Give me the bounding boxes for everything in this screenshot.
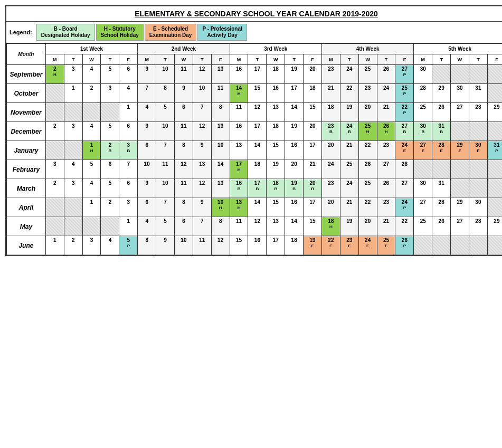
nov-e3 xyxy=(82,103,101,122)
feb-27: 27 xyxy=(377,160,395,179)
calendar-container: ELEMENTARY & SECONDARY SCHOOL YEAR CALEN… xyxy=(5,5,502,256)
jun-25: 25E xyxy=(377,236,395,255)
may-row: May 1 4 5 6 7 8 11 12 13 14 15 18H 19 20… xyxy=(7,217,503,236)
apr-30: 30 xyxy=(469,198,487,217)
feb-17: 17H xyxy=(230,160,248,179)
apr-21: 21 xyxy=(340,198,358,217)
dec-23: 23B xyxy=(321,122,340,141)
apr-27: 27 xyxy=(414,198,432,217)
jun-5: 5P xyxy=(119,236,138,255)
oct-17: 17 xyxy=(285,84,304,103)
dec-30: 30B xyxy=(414,122,432,141)
feb-24: 24 xyxy=(321,160,340,179)
may-14: 14 xyxy=(285,217,304,236)
jun-17: 17 xyxy=(267,236,285,255)
dec-18: 18 xyxy=(267,122,285,141)
dec-13: 13 xyxy=(211,122,230,141)
jun-11: 11 xyxy=(193,236,211,255)
w4-t2: T xyxy=(377,54,395,65)
sep-26: 26 xyxy=(377,65,395,84)
legend-box-b: B - BoardDesignated Holiday xyxy=(36,24,95,41)
dec-17: 17 xyxy=(248,122,267,141)
mar-23: 23 xyxy=(321,179,340,198)
dec-6: 6 xyxy=(119,122,138,141)
jun-12: 12 xyxy=(211,236,230,255)
jan-3: 3B xyxy=(119,141,138,160)
may-15: 15 xyxy=(304,217,322,236)
w1-w: W xyxy=(82,54,101,65)
sep-11: 11 xyxy=(174,65,193,84)
jun-1: 1 xyxy=(45,236,64,255)
mar-e3 xyxy=(487,179,502,198)
april-label: April xyxy=(7,198,46,217)
jun-24: 24E xyxy=(358,236,377,255)
legend-row: Legend: B - BoardDesignated Holiday H - … xyxy=(6,22,502,43)
may-e4 xyxy=(101,217,119,236)
legend-b: B - BoardDesignated Holiday xyxy=(36,24,95,41)
jun-19: 19E xyxy=(304,236,322,255)
legend-box-p: P - ProfessionalActivity Day xyxy=(197,24,247,41)
jan-8: 8 xyxy=(174,141,193,160)
w1-t2: T xyxy=(101,54,119,65)
apr-8: 8 xyxy=(174,198,193,217)
w2-m: M xyxy=(138,54,156,65)
jan-16: 16 xyxy=(285,141,304,160)
oct-e1 xyxy=(487,84,502,103)
month-column-header: Month xyxy=(7,44,46,65)
may-21: 21 xyxy=(377,217,395,236)
day-header-row: M T W T F M T W T F M T W T F M T W xyxy=(7,54,503,65)
jun-10: 10 xyxy=(174,236,193,255)
nov-29: 29 xyxy=(487,103,502,122)
sep-16: 16 xyxy=(230,65,248,84)
mar-27: 27 xyxy=(395,179,414,198)
april-row: April 1 2 3 6 7 8 9 10H 13H 14 15 16 17 … xyxy=(7,198,503,217)
dec-19: 19 xyxy=(285,122,304,141)
dec-12: 12 xyxy=(193,122,211,141)
jan-21: 21 xyxy=(340,141,358,160)
oct-15: 15 xyxy=(248,84,267,103)
apr-3: 3 xyxy=(119,198,138,217)
nov-22: 22P xyxy=(395,103,414,122)
dec-26: 26H xyxy=(377,122,395,141)
w5-t2: T xyxy=(469,54,487,65)
oct-18: 18 xyxy=(304,84,322,103)
mar-10: 10 xyxy=(156,179,175,198)
may-1: 1 xyxy=(119,217,138,236)
w3-t2: T xyxy=(285,54,304,65)
march-label: March xyxy=(7,179,46,198)
dec-3: 3 xyxy=(64,122,82,141)
dec-10: 10 xyxy=(156,122,175,141)
jan-10: 10 xyxy=(211,141,230,160)
may-27: 27 xyxy=(451,217,469,236)
jan-27: 27E xyxy=(414,141,432,160)
nov-18: 18 xyxy=(321,103,340,122)
oct-4: 4 xyxy=(119,84,138,103)
calendar-title: ELEMENTARY & SECONDARY SCHOOL YEAR CALEN… xyxy=(6,6,502,22)
jan-e2 xyxy=(64,141,82,160)
dec-20: 20 xyxy=(304,122,322,141)
sep-30: 30 xyxy=(414,65,432,84)
mar-2: 2 xyxy=(45,179,64,198)
mar-9: 9 xyxy=(138,179,156,198)
march-row: March 2 3 4 5 6 9 10 11 12 13 16B 17B 18… xyxy=(7,179,503,198)
may-11: 11 xyxy=(230,217,248,236)
apr-24: 24P xyxy=(395,198,414,217)
feb-e2 xyxy=(432,160,451,179)
legend-h: H - StatutorySchool Holiday xyxy=(96,24,144,41)
w2-w: W xyxy=(174,54,193,65)
oct-22: 22 xyxy=(340,84,358,103)
sep-13: 13 xyxy=(211,65,230,84)
nov-8: 8 xyxy=(211,103,230,122)
november-row: November 1 4 5 6 7 8 11 12 13 14 15 18 1… xyxy=(7,103,503,122)
december-row: December 2 3 4 5 6 9 10 11 12 13 16 17 1… xyxy=(7,122,503,141)
apr-6: 6 xyxy=(138,198,156,217)
may-18: 18H xyxy=(321,217,340,236)
dec-2: 2 xyxy=(45,122,64,141)
may-26: 26 xyxy=(432,217,451,236)
dec-4: 4 xyxy=(82,122,101,141)
sep-e2 xyxy=(451,65,469,84)
may-19: 19 xyxy=(340,217,358,236)
jan-13: 13 xyxy=(230,141,248,160)
jan-31: 31P xyxy=(487,141,502,160)
jan-23: 23 xyxy=(377,141,395,160)
